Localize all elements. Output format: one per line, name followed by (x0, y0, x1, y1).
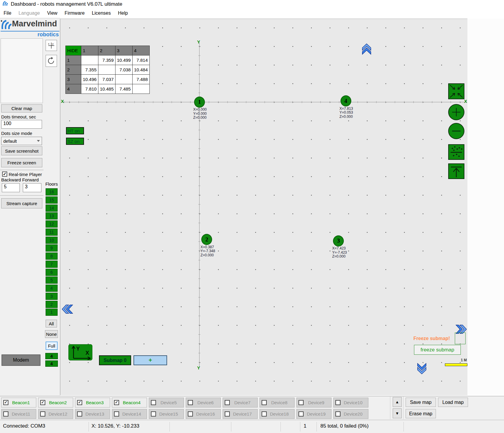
floor-button-3[interactable]: 3 (46, 293, 58, 300)
freeze-submap-button[interactable]: freeze submap (414, 345, 461, 355)
device-button-device17[interactable]: Device17 (223, 409, 258, 419)
device-checkbox[interactable] (77, 411, 82, 417)
add-submap-button[interactable]: + (134, 355, 167, 365)
device-button-beacon2[interactable]: ✓Beacon2 (38, 398, 73, 408)
beacon-marker-4[interactable]: 4 (340, 95, 351, 106)
sz-toggle-button[interactable]: SZ on (66, 138, 84, 145)
device-checkbox[interactable] (40, 411, 45, 417)
floors-none-button[interactable]: None (45, 330, 58, 338)
submap-count-button[interactable]: 4 (45, 353, 58, 359)
backward-input[interactable]: 5 (2, 183, 20, 192)
move-up-button[interactable] (448, 163, 464, 179)
device-checkbox[interactable] (3, 411, 8, 417)
pan-left-chevron[interactable] (62, 303, 73, 315)
floor-button-7[interactable]: 7 (46, 261, 58, 268)
stream-capture-button[interactable]: Stream capture (1, 198, 42, 208)
device-checkbox[interactable] (335, 411, 340, 417)
device-button-device6[interactable]: Device6 (186, 398, 221, 408)
device-checkbox[interactable] (188, 411, 193, 417)
device-button-beacon1[interactable]: ✓Beacon1 (1, 398, 36, 408)
floor-button-2[interactable]: 2 (46, 301, 58, 308)
dots-size-select[interactable]: default (1, 137, 42, 145)
menu-item-view[interactable]: View (44, 10, 61, 17)
menu-item-help[interactable]: Help (114, 10, 131, 17)
matrix-hide-button[interactable]: HIDE (66, 46, 81, 55)
floor-button-1[interactable]: 1 (46, 309, 58, 316)
device-button-device14[interactable]: Device14 (112, 409, 147, 419)
device-button-device19[interactable]: Device19 (296, 409, 332, 419)
device-checkbox[interactable] (151, 400, 156, 405)
device-checkbox[interactable] (335, 400, 340, 405)
floor-button-5[interactable]: 5 (46, 276, 58, 284)
floor-button-4[interactable]: 4 (46, 285, 58, 292)
floors-all-button[interactable]: All (46, 320, 57, 327)
device-checkbox[interactable]: ✓ (3, 400, 8, 405)
device-button-device12[interactable]: Device12 (38, 409, 73, 419)
menu-item-file[interactable]: File (0, 10, 15, 17)
beacon-marker-3[interactable]: 3 (333, 235, 344, 246)
ht-toggle-button[interactable]: HT on (66, 127, 84, 134)
clear-map-button[interactable]: Clear map (1, 104, 42, 112)
device-button-device13[interactable]: Device13 (75, 409, 110, 419)
devices-scroll-up-button[interactable]: ▲ (393, 397, 402, 407)
load-map-button[interactable]: Load map (438, 398, 468, 407)
menu-item-licenses[interactable]: Licenses (88, 10, 114, 17)
device-button-device8[interactable]: Device8 (260, 398, 295, 408)
forward-input[interactable]: 3 (23, 183, 41, 192)
floor-button-13[interactable]: 13 (46, 212, 58, 219)
device-button-device10[interactable]: Device10 (333, 398, 368, 408)
device-button-device18[interactable]: Device18 (260, 409, 295, 419)
device-button-device16[interactable]: Device16 (186, 409, 221, 419)
fit-to-screen-button[interactable] (448, 83, 464, 99)
device-checkbox[interactable]: ✓ (40, 400, 45, 405)
device-button-device7[interactable]: Device7 (223, 398, 258, 408)
zoom-out-button[interactable] (448, 123, 464, 139)
floor-button-12[interactable]: 12 (46, 220, 58, 228)
device-button-device11[interactable]: Device11 (1, 409, 36, 419)
save-screenshot-button[interactable]: Save screenshot (1, 146, 42, 155)
device-checkbox[interactable]: ✓ (77, 400, 82, 405)
device-checkbox[interactable] (262, 411, 267, 417)
floor-button-6[interactable]: 6 (46, 269, 58, 276)
beacon-marker-1[interactable]: 1 (194, 97, 205, 108)
floors-full-button[interactable]: Full (46, 342, 58, 350)
device-checkbox[interactable] (298, 411, 304, 417)
pan-down-chevron[interactable] (416, 362, 428, 375)
device-button-device20[interactable]: Device20 (333, 409, 368, 419)
floor-button-11[interactable]: 11 (46, 228, 58, 236)
modem-button[interactable]: Modem (2, 354, 40, 366)
floor-button-8[interactable]: 8 (46, 252, 58, 260)
device-button-device9[interactable]: Device9 (296, 398, 332, 408)
axes-tool-button[interactable]: x y (46, 40, 57, 51)
device-button-beacon3[interactable]: ✓Beacon3 (75, 398, 110, 408)
dots-filter-button[interactable] (448, 144, 464, 160)
devices-scroll-down-button[interactable]: ▼ (393, 408, 402, 418)
dots-timeout-input[interactable]: 100 (1, 120, 42, 129)
floor-button-15[interactable]: 15 (46, 196, 58, 204)
rotate-tool-button[interactable] (46, 55, 57, 67)
device-checkbox[interactable] (225, 411, 230, 417)
device-checkbox[interactable]: ✓ (114, 400, 119, 405)
floor-button-10[interactable]: 10 (46, 237, 58, 244)
device-checkbox[interactable] (262, 400, 267, 405)
device-checkbox[interactable] (114, 411, 119, 417)
device-checkbox[interactable] (298, 400, 304, 405)
pan-up-chevron[interactable] (361, 43, 372, 55)
zoom-in-button[interactable] (448, 104, 464, 120)
menu-item-language[interactable]: Language (15, 10, 44, 17)
submap-0-button[interactable]: Submap 0 (99, 355, 131, 365)
beacon-marker-2[interactable]: 2 (201, 234, 212, 245)
device-checkbox[interactable] (151, 411, 156, 417)
erase-map-button[interactable]: Erase map (406, 409, 436, 418)
device-checkbox[interactable] (188, 400, 193, 405)
freeze-screen-button[interactable]: Freeze screen (1, 158, 42, 167)
floor-button-14[interactable]: 14 (46, 205, 58, 212)
device-button-device5[interactable]: Device5 (149, 398, 184, 408)
realtime-player-checkbox[interactable]: ✓ (2, 172, 7, 177)
floor-button-9[interactable]: 9 (46, 244, 58, 252)
device-checkbox[interactable] (225, 400, 230, 405)
save-map-button[interactable]: Save map (406, 398, 436, 407)
freeze-submap-checkbox[interactable] (455, 333, 466, 344)
device-button-device15[interactable]: Device15 (149, 409, 184, 419)
device-button-beacon4[interactable]: ✓Beacon4 (112, 398, 147, 408)
